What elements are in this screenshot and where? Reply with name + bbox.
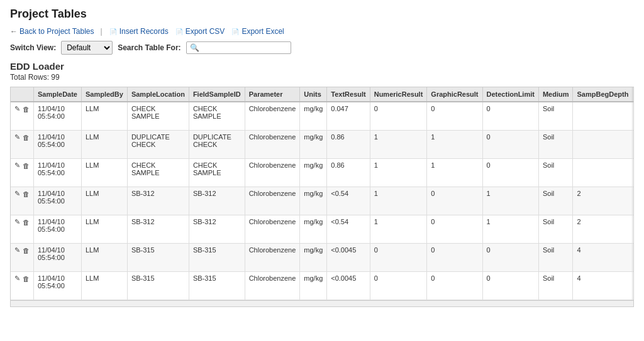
table-row: ✎ 🗑 11/04/1005:54:00LLMCHECKSAMPLECHECKS… [11,159,634,187]
table-header-row: SampleDate SampledBy SampleLocation Fiel… [11,87,634,102]
cell-sampledby: LLM [81,215,127,244]
export-excel-link[interactable]: 📄 Export Excel [231,27,284,36]
csv-icon: 📄 [175,27,184,36]
action-cell: ✎ 🗑 [14,133,30,141]
cell-sampledby: LLM [81,131,127,159]
cell-sampenddepth [633,131,634,159]
cell-textresult: 0.86 [327,131,370,159]
cell-sampbegdepth [573,159,633,187]
delete-button[interactable]: 🗑 [23,219,30,226]
col-header-units: Units [300,87,327,102]
cell-sampledate: 11/04/1005:54:00 [34,272,82,300]
table-row: ✎ 🗑 11/04/1005:54:00LLMDUPLICATECHECKDUP… [11,131,634,159]
cell-detectionlimit: 0 [482,131,538,159]
cell-numericresult: 1 [370,215,427,244]
cell-graphicresult: 1 [427,159,482,187]
switch-view-select[interactable]: Default Summary Detail [61,41,113,55]
cell-sampbegdepth [573,131,633,159]
delete-button[interactable]: 🗑 [23,190,30,198]
insert-records-link[interactable]: 📄 Insert Records [109,27,169,36]
table-row: ✎ 🗑 11/04/1005:54:00LLMSB-312SB-312Chlor… [11,187,634,215]
col-header-sampledby: SampledBy [81,87,127,102]
arrow-left-icon: ← [10,27,18,36]
cell-fieldsampleid: SB-312 [189,187,245,215]
table-row: ✎ 🗑 11/04/1005:54:00LLMSB-315SB-315Chlor… [11,272,634,300]
cell-numericresult: 0 [370,272,427,300]
edit-button[interactable]: ✎ [14,105,20,113]
row-actions-cell: ✎ 🗑 [11,272,34,300]
export-csv-link[interactable]: 📄 Export CSV [175,27,225,36]
action-cell: ✎ 🗑 [14,161,30,170]
switch-view-label: Switch View: [10,43,56,52]
edit-button[interactable]: ✎ [14,190,20,198]
table-row: ✎ 🗑 11/04/1005:54:00LLMCHECKSAMPLECHECKS… [11,102,634,131]
total-rows: Total Rows: 99 [10,73,634,82]
cell-fieldsampleid: CHECKSAMPLE [189,159,245,187]
cell-sampbegdepth: 2 [573,187,633,215]
cell-numericresult: 1 [370,131,427,159]
cell-sampledate: 11/04/1005:54:00 [34,187,82,215]
cell-medium: Soil [538,187,573,215]
cell-sampledate: 11/04/1005:54:00 [34,102,82,131]
edit-button[interactable]: ✎ [14,246,20,254]
search-input[interactable] [199,43,287,52]
horizontal-scrollbar[interactable] [11,300,633,306]
cell-sampledate: 11/04/1005:54:00 [34,131,82,159]
delete-button[interactable]: 🗑 [23,162,30,170]
edit-button[interactable]: ✎ [14,133,20,141]
row-actions-cell: ✎ 🗑 [11,187,34,215]
delete-button[interactable]: 🗑 [23,134,30,141]
table-container: SampleDate SampledBy SampleLocation Fiel… [10,87,634,307]
edit-button[interactable]: ✎ [14,161,20,170]
page-wrapper: Project Tables ← Back to Project Tables … [0,0,644,315]
row-actions-cell: ✎ 🗑 [11,131,34,159]
cell-graphicresult: 0 [427,244,482,272]
col-header-sampledate: SampleDate [34,87,82,102]
cell-parameter: Chlorobenzene [245,159,300,187]
action-cell: ✎ 🗑 [14,105,30,113]
cell-parameter: Chlorobenzene [245,215,300,244]
cell-sampenddepth: 3 [633,187,634,215]
table-body: ✎ 🗑 11/04/1005:54:00LLMCHECKSAMPLECHECKS… [11,102,634,300]
action-cell: ✎ 🗑 [14,246,30,254]
cell-medium: Soil [538,244,573,272]
edit-button[interactable]: ✎ [14,274,20,283]
cell-detectionlimit: 0 [482,272,538,300]
cell-samplelocation: SB-315 [127,244,189,272]
cell-medium: Soil [538,159,573,187]
cell-textresult: <0.0045 [327,244,370,272]
col-header-fieldsampleid: FieldSampleID [189,87,245,102]
cell-sampledby: LLM [81,159,127,187]
delete-button[interactable]: 🗑 [23,106,30,113]
cell-detectionlimit: 1 [482,187,538,215]
cell-parameter: Chlorobenzene [245,272,300,300]
cell-fieldsampleid: SB-315 [189,244,245,272]
cell-sampbegdepth: 2 [573,215,633,244]
back-to-project-tables-link[interactable]: ← Back to Project Tables [10,27,94,36]
cell-graphicresult: 0 [427,272,482,300]
delete-button[interactable]: 🗑 [23,275,30,283]
search-icon: 🔍 [190,43,199,52]
cell-detectionlimit: 0 [482,159,538,187]
col-header-sampenddepth: SampEndDepth [633,87,634,102]
table-row: ✎ 🗑 11/04/1005:54:00LLMSB-312SB-312Chlor… [11,215,634,244]
delete-button[interactable]: 🗑 [23,247,30,254]
cell-sampbegdepth: 4 [573,244,633,272]
cell-units: mg/kg [300,159,327,187]
cell-graphicresult: 0 [427,102,482,131]
row-actions-cell: ✎ 🗑 [11,102,34,131]
cell-units: mg/kg [300,215,327,244]
cell-parameter: Chlorobenzene [245,102,300,131]
cell-numericresult: 0 [370,244,427,272]
col-header-parameter: Parameter [245,87,300,102]
cell-fieldsampleid: DUPLICATECHECK [189,131,245,159]
page-title: Project Tables [10,8,634,21]
cell-parameter: Chlorobenzene [245,244,300,272]
cell-sampledate: 11/04/1005:54:00 [34,244,82,272]
insert-icon: 📄 [109,27,118,36]
cell-sampbegdepth [573,102,633,131]
search-input-wrap: 🔍 [186,41,291,54]
col-header-sampbegdepth: SampBegDepth [573,87,633,102]
edit-button[interactable]: ✎ [14,218,20,226]
cell-sampenddepth: 5 [633,244,634,272]
